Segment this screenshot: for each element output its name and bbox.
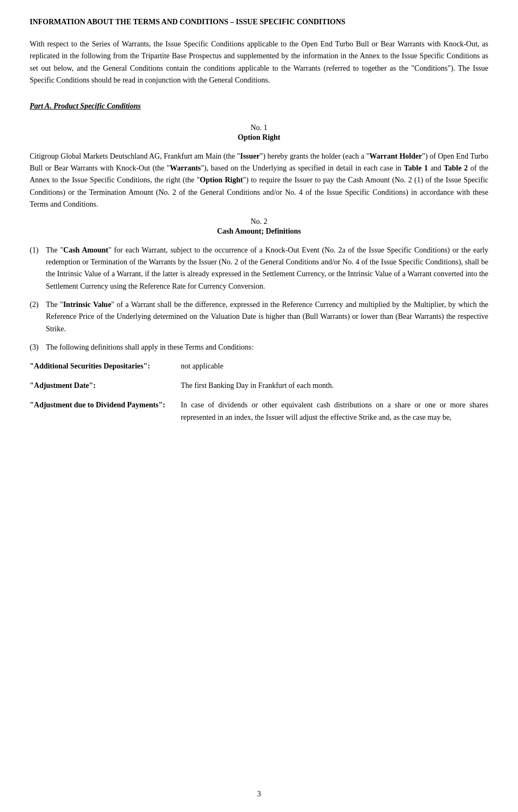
section2-item1: (1) The "Cash Amount" for each Warrant, …	[30, 244, 488, 293]
section1-body: Citigroup Global Markets Deutschland AG,…	[30, 151, 488, 211]
def-value-adjustment-date: The first Banking Day in Frankfurt of ea…	[181, 380, 488, 392]
section1-title: Option Right	[30, 133, 488, 142]
definitions-table: "Additional Securities Depositaries": no…	[30, 360, 488, 424]
def-term-adjustment-date: "Adjustment Date":	[30, 380, 181, 392]
main-title: INFORMATION ABOUT THE TERMS AND CONDITIO…	[30, 16, 488, 28]
def-row-adjustment-date: "Adjustment Date": The first Banking Day…	[30, 380, 488, 392]
item2-content: The "Intrinsic Value" of a Warrant shall…	[46, 299, 488, 335]
def-term-adjustment-dividend: "Adjustment due to Dividend Payments":	[30, 399, 181, 411]
def-row-adjustment-dividend: "Adjustment due to Dividend Payments": I…	[30, 399, 488, 424]
def-term-additional-securities: "Additional Securities Depositaries":	[30, 360, 181, 372]
def-value-adjustment-dividend: In case of dividends or other equivalent…	[181, 399, 488, 424]
page-number: 3	[0, 790, 518, 799]
part-a-heading-text: Part A. Product Specific Conditions	[30, 102, 141, 110]
item2-number: (2)	[30, 299, 46, 311]
section2-item2: (2) The "Intrinsic Value" of a Warrant s…	[30, 299, 488, 335]
section2-item3: (3) The following definitions shall appl…	[30, 342, 488, 353]
item3-number: (3)	[30, 342, 46, 353]
def-row-additional-securities: "Additional Securities Depositaries": no…	[30, 360, 488, 372]
section2-number: No. 2	[30, 217, 488, 226]
item1-content: The "Cash Amount" for each Warrant, subj…	[46, 244, 488, 293]
item1-number: (1)	[30, 244, 46, 256]
item3-content: The following definitions shall apply in…	[46, 342, 488, 353]
section1-number: No. 1	[30, 124, 488, 132]
intro-paragraph-text: With respect to the Series of Warrants, …	[30, 40, 488, 84]
page: INFORMATION ABOUT THE TERMS AND CONDITIO…	[0, 0, 518, 812]
main-title-text: INFORMATION ABOUT THE TERMS AND CONDITIO…	[30, 18, 345, 26]
def-value-additional-securities: not applicable	[181, 360, 488, 372]
intro-paragraph: With respect to the Series of Warrants, …	[30, 38, 488, 87]
section2-title: Cash Amount; Definitions	[30, 227, 488, 236]
part-a-heading: Part A. Product Specific Conditions	[30, 102, 488, 111]
